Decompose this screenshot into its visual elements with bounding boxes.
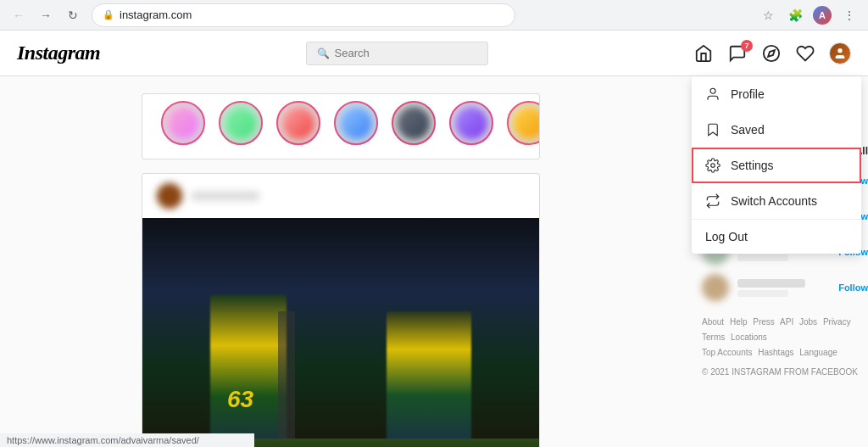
stories-row — [142, 93, 540, 159]
dropdown-switch-item[interactable]: Switch Accounts — [692, 183, 861, 219]
search-icon: 🔍 — [317, 47, 330, 59]
svg-point-0 — [764, 45, 779, 60]
dropdown-saved-item[interactable]: Saved — [692, 112, 861, 148]
story-item[interactable] — [505, 101, 540, 145]
footer-link-press[interactable]: Press — [753, 317, 775, 327]
explore-icon[interactable] — [761, 43, 782, 64]
story-item[interactable] — [390, 101, 437, 145]
dropdown-settings-item[interactable]: Settings — [692, 148, 861, 183]
dropdown-menu: Profile Saved Settings — [692, 76, 861, 254]
post-image: 63 — [142, 218, 539, 447]
svg-point-4 — [711, 164, 715, 168]
settings-icon — [705, 158, 721, 173]
browser-nav-buttons: ← → ↻ — [7, 3, 85, 27]
suggestion-info — [737, 279, 830, 297]
story-item[interactable] — [332, 101, 380, 145]
person-icon — [705, 87, 721, 102]
footer-link-help[interactable]: Help — [730, 317, 748, 327]
story-item[interactable] — [217, 101, 264, 145]
footer-link-top-accounts[interactable]: Top Accounts — [702, 348, 752, 357]
star-button[interactable]: ☆ — [756, 3, 780, 27]
address-bar[interactable]: 🔒 instagram.com — [92, 3, 515, 27]
footer-link-api[interactable]: API — [780, 317, 793, 327]
footer-link-language[interactable]: Language — [799, 348, 837, 357]
home-icon[interactable] — [693, 43, 714, 64]
footer-link-about[interactable]: About — [702, 317, 724, 327]
post-user-avatar — [156, 182, 183, 210]
status-bar: https://www.instagram.com/advaivarma/sav… — [0, 433, 254, 447]
back-button[interactable]: ← — [7, 3, 31, 27]
footer-link-hashtags[interactable]: Hashtags — [758, 348, 793, 357]
browser-actions: ☆ 🧩 A ⋮ — [756, 3, 861, 27]
dropdown-settings-label: Settings — [731, 159, 774, 172]
dropdown-saved-label: Saved — [731, 123, 765, 137]
svg-marker-1 — [768, 50, 775, 57]
lock-icon: 🔒 — [103, 9, 114, 20]
message-badge: 7 — [741, 40, 753, 52]
post-username — [192, 191, 259, 201]
extensions-button[interactable]: 🧩 — [783, 3, 807, 27]
instagram-page: Instagram 🔍 7 — [0, 31, 868, 447]
dropdown-profile-item[interactable]: Profile — [692, 76, 861, 112]
ig-footer-links: About Help Press API Jobs Privacy Terms … — [702, 315, 868, 360]
url-text: instagram.com — [120, 8, 192, 21]
menu-button[interactable]: ⋮ — [837, 3, 861, 27]
dropdown-logout-item[interactable]: Log Out — [692, 220, 861, 254]
reload-button[interactable]: ↻ — [61, 3, 85, 27]
profile-avatar-icon[interactable] — [829, 42, 851, 64]
ig-header: Instagram 🔍 7 — [0, 31, 868, 76]
ig-nav-icons: 7 — [693, 42, 851, 64]
browser-chrome: ← → ↻ 🔒 instagram.com ☆ 🧩 A ⋮ — [0, 0, 868, 31]
footer-link-locations[interactable]: Locations — [731, 332, 767, 342]
bookmark-icon — [705, 122, 721, 137]
search-bar[interactable]: 🔍 — [306, 42, 488, 65]
switch-icon — [705, 193, 721, 209]
svg-point-2 — [837, 48, 842, 53]
ig-copyright: © 2021 INSTAGRAM FROM FACEBOOK — [702, 367, 868, 377]
profile-button[interactable]: A — [810, 3, 834, 27]
dropdown-profile-label: Profile — [731, 87, 765, 101]
dropdown-switch-label: Switch Accounts — [731, 194, 817, 208]
footer-link-privacy[interactable]: Privacy — [823, 317, 851, 327]
suggestion-avatar — [702, 274, 729, 301]
direct-message-icon[interactable]: 7 — [727, 43, 748, 64]
svg-point-3 — [710, 88, 715, 93]
footer-link-terms[interactable]: Terms — [702, 332, 725, 342]
follow-button[interactable]: Follow — [838, 282, 868, 293]
dropdown-logout-label: Log Out — [705, 230, 748, 243]
search-input[interactable] — [335, 47, 477, 59]
post-header — [142, 174, 539, 218]
footer-link-jobs[interactable]: Jobs — [799, 317, 817, 327]
story-item[interactable] — [159, 101, 207, 145]
activity-heart-icon[interactable] — [795, 43, 815, 64]
story-item[interactable] — [448, 101, 495, 145]
ig-logo[interactable]: Instagram — [17, 42, 100, 64]
ig-post: 63 — [142, 173, 540, 447]
suggestion-item: Follow — [702, 274, 868, 301]
story-item[interactable] — [275, 101, 322, 145]
forward-button[interactable]: → — [34, 3, 58, 27]
ig-feed: 63 — [0, 76, 682, 447]
